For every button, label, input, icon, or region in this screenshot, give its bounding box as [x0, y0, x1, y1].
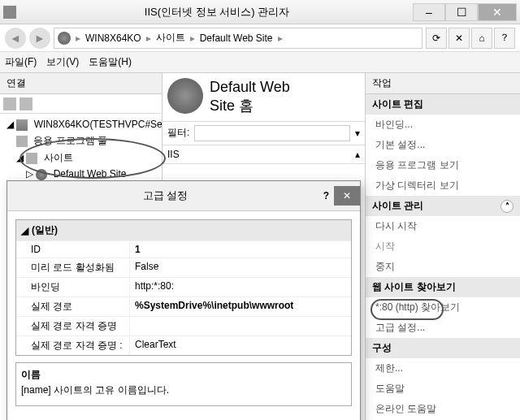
minimize-button[interactable]: – [413, 3, 445, 21]
save-tree-icon[interactable] [3, 97, 16, 110]
menubar: 파일(F) 보기(V) 도움말(H) [0, 52, 520, 73]
breadcrumb[interactable]: ▸ WIN8X64KO ▸ 사이트 ▸ Default Web Site ▸ [54, 28, 422, 49]
group-config: 구성 [366, 338, 520, 358]
nav-back-button[interactable]: ◄ [5, 28, 26, 49]
iis-group-label: IIS [167, 149, 180, 160]
connections-tree: ◢ WIN8X64KO(TESTHVPC#Sec 응용 프로그램 풀 ◢ 사이트… [0, 114, 162, 185]
page-title: Default Web Site 홈 [210, 78, 290, 116]
prop-preload[interactable]: 미리 로드 활성화됨 False [16, 258, 351, 277]
globe-icon [58, 32, 71, 45]
prop-binding[interactable]: 바인딩 http:*:80: [16, 277, 351, 297]
dialog-titlebar: 고급 설정 ? ✕ [7, 181, 360, 211]
help-icon[interactable]: ？ [494, 28, 515, 49]
menu-help[interactable]: 도움말(H) [89, 55, 132, 69]
server-icon [16, 119, 28, 131]
iis-group-header[interactable]: IIS ▴ [162, 145, 365, 164]
prop-id[interactable]: ID 1 [16, 240, 351, 258]
group-manage-site: 사이트 관리 ˄ [366, 196, 520, 216]
action-view-apps[interactable]: 응용 프로그램 보기 [366, 155, 520, 175]
tree-default-site[interactable]: ▷ Default Web Site [2, 167, 160, 182]
filter-label: 필터: [167, 126, 189, 140]
group-edit-site: 사이트 편집 [366, 94, 520, 115]
action-start[interactable]: 시작 [366, 236, 520, 257]
window-controls: – ☐ ✕ [413, 3, 517, 21]
refresh-tree-icon[interactable] [20, 97, 32, 110]
breadcrumb-item[interactable]: Default Web Site [200, 32, 273, 44]
app-icon [3, 6, 16, 19]
header-toolbar: ⟳ ✕ ⌂ ？ [426, 28, 515, 49]
dialog-close-button[interactable]: ✕ [334, 186, 360, 206]
collapse-icon[interactable]: ˄ [500, 200, 514, 213]
home-icon[interactable]: ⌂ [471, 28, 492, 49]
action-basic-settings[interactable]: 기본 설정... [366, 135, 520, 155]
action-browse-80[interactable]: *:80 (http) 찾아보기 [366, 297, 520, 318]
window-title: IIS(인터넷 정보 서비스) 관리자 [21, 5, 413, 19]
filter-dropdown-icon[interactable]: ▾ [355, 128, 360, 139]
action-adv-settings[interactable]: 고급 설정... [366, 318, 520, 338]
action-view-vdirs[interactable]: 가상 디렉터리 보기 [366, 175, 520, 196]
dialog-title: 고급 설정 [7, 188, 323, 203]
group-browse: 웹 사이트 찾아보기 [366, 277, 520, 297]
breadcrumb-item[interactable]: 사이트 [156, 31, 185, 45]
chevron-up-icon[interactable]: ▴ [355, 149, 360, 160]
globe-icon [36, 169, 47, 180]
menu-view[interactable]: 보기(V) [46, 55, 79, 69]
tree-default-site-label: Default Web Site [54, 168, 127, 180]
tree-sites-label: 사이트 [44, 152, 73, 163]
breadcrumb-bar: ◄ ► ▸ WIN8X64KO ▸ 사이트 ▸ Default Web Site… [0, 24, 520, 52]
tree-server-label: WIN8X64KO(TESTHVPC#Sec [34, 119, 162, 130]
folder-icon [16, 136, 28, 147]
titlebar: IIS(인터넷 정보 서비스) 관리자 – ☐ ✕ [0, 0, 520, 24]
property-category[interactable]: ◢ (일반) [16, 220, 351, 240]
actions-header: 작업 [366, 73, 520, 94]
action-help[interactable]: 도움말 [366, 379, 520, 399]
tree-app-pools-label: 응용 프로그램 풀 [33, 135, 107, 146]
property-grid[interactable]: ◢ (일반) ID 1 미리 로드 활성화됨 False 바인딩 http:*:… [15, 219, 352, 356]
actions-panel: 작업 탐색 사용 권한 편집... 사이트 편집 바인딩... 기본 설정...… [366, 73, 520, 420]
connections-header: 연결 [0, 73, 162, 94]
filter-row: 필터: ▾ [162, 121, 365, 145]
close-button[interactable]: ✕ [478, 3, 517, 21]
stop-icon[interactable]: ✕ [448, 28, 470, 49]
site-icon [167, 78, 203, 114]
advanced-settings-dialog: 고급 설정 ? ✕ ◢ (일반) ID 1 미리 로드 활성화됨 False 바… [6, 180, 361, 420]
action-bindings[interactable]: 바인딩... [366, 115, 520, 135]
menu-file[interactable]: 파일(F) [5, 55, 37, 69]
breadcrumb-item[interactable]: WIN8X64KO [85, 32, 141, 44]
property-description: 이름 [name] 사이트의 고유 이름입니다. [15, 362, 352, 406]
maximize-button[interactable]: ☐ [445, 3, 478, 21]
action-restart[interactable]: 다시 시작 [366, 216, 520, 236]
filter-input[interactable] [194, 125, 350, 141]
prop-physical-path-cred[interactable]: 실제 경로 자격 증명 [16, 316, 351, 336]
prop-physical-path[interactable]: 실제 경로 %SystemDrive%\inetpub\wwwroot [16, 297, 351, 316]
prop-physical-path-cred-logon[interactable]: 실제 경로 자격 증명 : ClearText [16, 336, 351, 355]
action-online-help[interactable]: 온라인 도움말 [366, 399, 520, 419]
tree-app-pools[interactable]: 응용 프로그램 풀 [2, 132, 160, 149]
action-stop[interactable]: 중지 [366, 257, 520, 277]
tree-sites-node[interactable]: ◢ 사이트 [2, 149, 160, 167]
folder-icon [26, 153, 37, 164]
tree-server-node[interactable]: ◢ WIN8X64KO(TESTHVPC#Sec [2, 117, 160, 132]
nav-forward-button[interactable]: ► [29, 28, 50, 49]
action-limits[interactable]: 제한... [366, 358, 520, 379]
refresh-icon[interactable]: ⟳ [426, 28, 447, 49]
dialog-help-icon[interactable]: ? [323, 190, 329, 201]
connections-toolbar [0, 94, 162, 114]
